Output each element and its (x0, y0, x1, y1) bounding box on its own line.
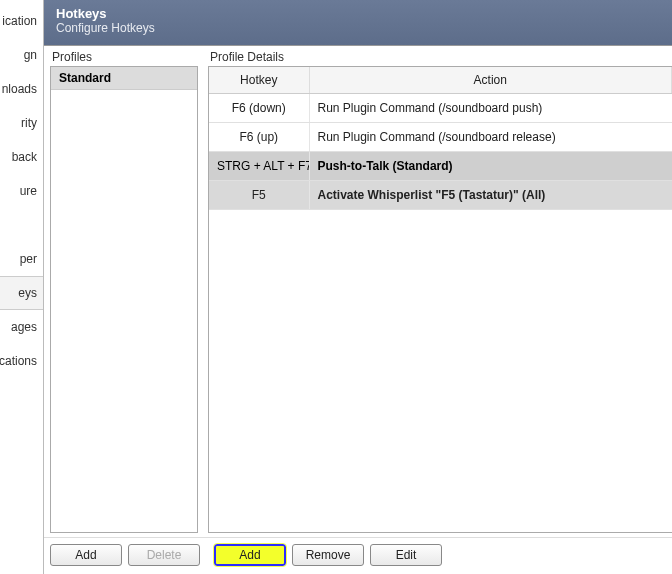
hotkey-cell: F6 (down) (209, 94, 309, 123)
profile-details-label: Profile Details (208, 50, 672, 64)
hotkeys-table: Hotkey Action F6 (down) Run Plugin Comma… (208, 66, 672, 533)
col-action[interactable]: Action (309, 67, 672, 94)
page-title: Hotkeys (56, 6, 660, 21)
action-cell: Run Plugin Command (/soundboard push) (309, 94, 672, 123)
sidebar-item-hotkeys[interactable]: eys (0, 276, 43, 310)
sidebar-item-security[interactable]: rity (0, 106, 43, 140)
hotkey-cell: F5 (209, 181, 309, 210)
details-remove-button[interactable]: Remove (292, 544, 364, 566)
table-row[interactable]: STRG + ALT + F7 Push-to-Talk (Standard) (209, 152, 672, 181)
settings-sidebar: ication gn nloads rity back ure per eys … (0, 0, 44, 574)
header: Hotkeys Configure Hotkeys (44, 0, 672, 46)
action-cell: Activate Whisperlist "F5 (Tastatur)" (Al… (309, 181, 672, 210)
profile-item[interactable]: Standard (51, 67, 197, 90)
profiles-add-button[interactable]: Add (50, 544, 122, 566)
page-subtitle: Configure Hotkeys (56, 21, 660, 35)
sidebar-item-downloads[interactable]: nloads (0, 72, 43, 106)
hotkey-cell: F6 (up) (209, 123, 309, 152)
sidebar-item-whisper[interactable]: per (0, 242, 43, 276)
col-hotkey[interactable]: Hotkey (209, 67, 309, 94)
profiles-delete-button[interactable]: Delete (128, 544, 200, 566)
profiles-list[interactable]: Standard (50, 66, 198, 533)
sidebar-item-application[interactable]: ication (0, 4, 43, 38)
hotkey-cell: STRG + ALT + F7 (209, 152, 309, 181)
sidebar-item-playback[interactable]: back (0, 140, 43, 174)
profiles-label: Profiles (50, 50, 198, 64)
table-row[interactable]: F6 (down) Run Plugin Command (/soundboar… (209, 94, 672, 123)
table-row[interactable]: F5 Activate Whisperlist "F5 (Tastatur)" … (209, 181, 672, 210)
details-edit-button[interactable]: Edit (370, 544, 442, 566)
table-row[interactable]: F6 (up) Run Plugin Command (/soundboard … (209, 123, 672, 152)
action-cell: Run Plugin Command (/soundboard release) (309, 123, 672, 152)
sidebar-item-design[interactable]: gn (0, 38, 43, 72)
sidebar-item-messages[interactable]: ages (0, 310, 43, 344)
sidebar-item-capture[interactable]: ure (0, 174, 43, 208)
action-cell: Push-to-Talk (Standard) (309, 152, 672, 181)
details-add-button[interactable]: Add (214, 544, 286, 566)
sidebar-item-notifications[interactable]: ications (0, 344, 43, 378)
footer: Add Delete Add Remove Edit (44, 537, 672, 574)
